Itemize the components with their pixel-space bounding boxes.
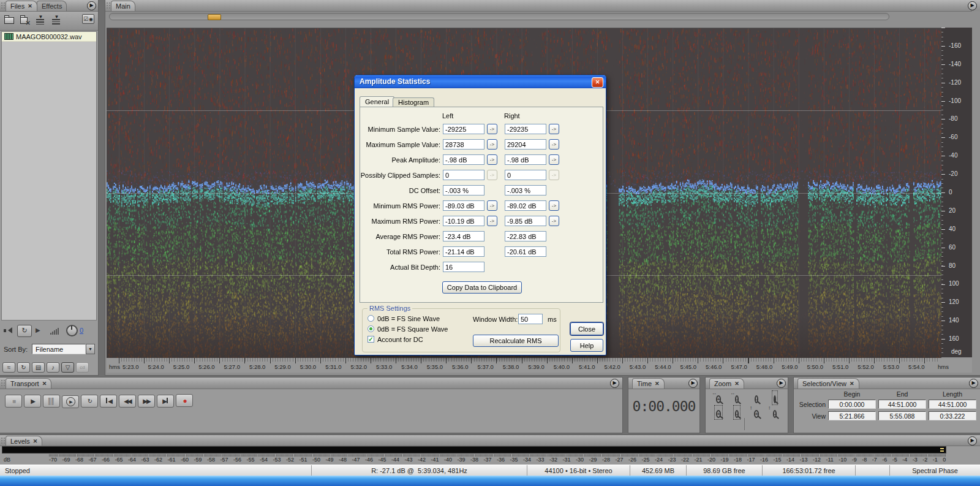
stat-value-left[interactable]: 16 <box>443 262 484 272</box>
zoom-to-selection-button[interactable] <box>767 391 783 404</box>
show-midi-files-icon[interactable]: ♪ <box>47 362 59 373</box>
zoom-in-horizontal-button[interactable]: ↔+ <box>710 391 726 404</box>
playback-counter-link[interactable]: 0 <box>80 327 83 334</box>
tab-levels[interactable]: Levels✕ <box>6 436 42 446</box>
chevron-down-icon[interactable]: ▼ <box>86 344 95 354</box>
close-icon[interactable]: ✕ <box>850 381 854 387</box>
close-button[interactable]: Close <box>570 322 603 335</box>
play-from-cursor-button[interactable]: ▶ <box>62 395 79 408</box>
go-to-end-button[interactable]: ▶ <box>157 395 174 408</box>
pause-button[interactable]: ▌▌ <box>43 395 60 408</box>
show-loop-files-icon[interactable]: ↻ <box>17 362 30 373</box>
close-icon[interactable]: ✕ <box>42 381 47 387</box>
stat-value-right[interactable]: 29204 <box>505 139 546 150</box>
stop-button[interactable]: ■ <box>5 395 22 408</box>
panel-menu-button[interactable]: ▶ <box>968 1 977 10</box>
file-list-item[interactable]: MAAGOB000032.wav <box>2 32 96 42</box>
panel-menu-button[interactable]: ▶ <box>969 379 978 388</box>
panel-menu-button[interactable]: ▶ <box>610 379 619 388</box>
panel-menu-button[interactable]: ▶ <box>777 379 786 388</box>
window-width-input[interactable]: 50 <box>518 314 543 324</box>
sort-by-select[interactable]: Filename <box>32 344 86 354</box>
tab-transport[interactable]: Transport✕ <box>6 378 51 389</box>
insert-into-multitrack-icon[interactable]: ▼ <box>33 16 47 27</box>
apply-left-arrow-button[interactable]: -> <box>487 124 497 134</box>
show-video-files-icon[interactable]: ▤ <box>32 362 45 373</box>
tab-selection-view[interactable]: Selection/View✕ <box>797 378 859 389</box>
stat-value-left[interactable]: -89.03 dB <box>443 200 484 211</box>
selection-begin-field[interactable]: 0:00.000 <box>828 400 876 409</box>
stat-value-right[interactable]: 0 <box>505 170 546 180</box>
dialog-title[interactable]: Amplitude Statistics <box>355 75 606 88</box>
import-file-icon[interactable] <box>2 15 16 26</box>
radio-fs-sine[interactable] <box>368 315 374 322</box>
panel-grip[interactable] <box>1 379 6 387</box>
zoom-in-left-edge-button[interactable]: + <box>710 406 726 419</box>
stat-value-left[interactable]: -23.4 dB <box>443 231 484 241</box>
stat-value-left[interactable]: 0 <box>443 170 484 180</box>
filter-options-icon[interactable]: ▽ <box>61 362 74 373</box>
zoom-out-horizontal-button[interactable]: ↔- <box>729 391 745 404</box>
panel-grip[interactable] <box>1 2 6 9</box>
timeline-ruler[interactable]: hms 5:23.05:24.05:25.05:26.05:27.05:28.0… <box>107 358 972 373</box>
panel-menu-button[interactable]: ▶ <box>688 379 698 388</box>
timeline-scrollbar-track[interactable] <box>109 13 889 20</box>
loop-play-button[interactable]: ↻ <box>81 395 98 408</box>
stat-value-right[interactable]: -29235 <box>505 124 546 134</box>
apply-left-arrow-button[interactable]: -> <box>487 139 497 150</box>
panel-menu-button[interactable]: ▶ <box>87 1 96 10</box>
apply-right-arrow-button[interactable]: -> <box>549 139 559 150</box>
panel-grip[interactable] <box>106 2 111 9</box>
stat-value-left[interactable]: 28738 <box>443 139 484 150</box>
stat-value-left[interactable]: -10.19 dB <box>443 216 484 226</box>
tab-zoom[interactable]: Zoom✕ <box>709 378 744 389</box>
selection-end-field[interactable]: 44:51.000 <box>878 400 926 409</box>
tab-files[interactable]: Files ✕ <box>6 1 37 11</box>
level-meter[interactable] <box>2 446 946 454</box>
rewind-button[interactable]: ◀◀ <box>119 395 136 408</box>
fast-forward-button[interactable]: ▶▶ <box>138 395 155 408</box>
stat-value-left[interactable]: -.003 % <box>443 185 484 196</box>
show-options-icon[interactable]: ☑◉ <box>82 14 94 24</box>
account-for-dc-checkbox[interactable]: ✓ <box>368 336 374 343</box>
apply-right-arrow-button[interactable]: -> <box>549 124 559 134</box>
tab-general[interactable]: General <box>360 96 394 107</box>
go-to-beginning-button[interactable]: ◀ <box>100 395 117 408</box>
loop-toggle-icon[interactable]: ↻ <box>17 325 32 337</box>
panel-grip[interactable] <box>1 437 6 444</box>
close-icon[interactable]: ✕ <box>33 438 38 444</box>
apply-left-arrow-button[interactable]: -> <box>487 154 497 165</box>
recalculate-rms-button[interactable]: Recalculate RMS <box>473 335 559 347</box>
copy-data-button[interactable]: Copy Data to Clipboard <box>442 281 522 294</box>
stat-value-right[interactable]: -22.83 dB <box>505 231 546 241</box>
stat-value-left[interactable]: -21.14 dB <box>443 246 484 257</box>
close-icon[interactable]: ✕ <box>734 381 739 387</box>
view-begin-field[interactable]: 5:21.866 <box>828 411 876 420</box>
stat-value-right[interactable]: -.003 % <box>505 185 546 196</box>
stat-value-right[interactable]: -20.61 dB <box>505 246 546 257</box>
apply-right-arrow-button[interactable]: -> <box>549 154 559 165</box>
zoom-in-right-edge-button[interactable]: - <box>729 406 745 419</box>
apply-left-arrow-button[interactable]: -> <box>487 200 497 211</box>
stat-value-left[interactable]: -.98 dB <box>443 154 484 165</box>
zoom-out-full-button[interactable]: - <box>748 391 764 404</box>
stat-value-left[interactable]: -29225 <box>443 124 484 134</box>
tab-histogram[interactable]: Histogram <box>393 97 434 107</box>
timeline-scrollbar-thumb[interactable] <box>208 14 221 20</box>
apply-right-arrow-button[interactable]: -> <box>549 216 559 226</box>
stat-value-right[interactable]: -.98 dB <box>505 154 546 165</box>
time-display[interactable]: 0:00.000 <box>628 398 699 414</box>
stat-value-right[interactable]: -9.85 dB <box>505 216 546 226</box>
insert-into-cd-icon[interactable]: ▼ <box>49 16 62 27</box>
play-button[interactable]: ▶ <box>24 395 41 408</box>
show-audio-files-icon[interactable]: ≈ <box>2 362 15 373</box>
tab-effects[interactable]: Effects <box>37 1 67 11</box>
tab-main[interactable]: Main <box>111 1 135 11</box>
close-icon[interactable]: ✕ <box>655 381 660 387</box>
view-length-field[interactable]: 0:33.222 <box>929 411 976 420</box>
record-button[interactable]: ● <box>176 394 193 407</box>
dialog-close-button[interactable]: ✕ <box>592 77 603 88</box>
zoom-in-vertical-button[interactable]: ↕+ <box>748 406 764 419</box>
apply-right-arrow-button[interactable]: -> <box>549 200 559 211</box>
preview-dial-icon[interactable] <box>66 325 78 336</box>
